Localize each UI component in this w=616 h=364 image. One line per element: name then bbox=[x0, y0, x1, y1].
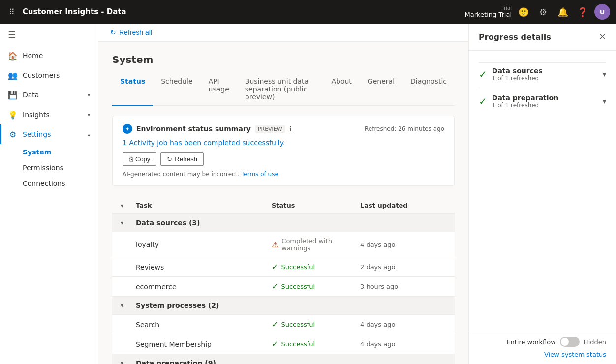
hamburger-menu-icon[interactable]: ☰ bbox=[0, 24, 98, 46]
tab-business-unit[interactable]: Business unit data separation (public pr… bbox=[237, 73, 324, 106]
info-icon[interactable]: ℹ bbox=[289, 125, 292, 133]
check-icon: ✓ bbox=[479, 68, 487, 80]
data-icon: 💾 bbox=[8, 90, 18, 100]
success-icon: ✓ bbox=[272, 282, 278, 291]
last-updated: 4 days ago bbox=[356, 340, 455, 348]
status-label: Successful bbox=[281, 340, 315, 348]
section-label: Data sources (3) bbox=[132, 219, 268, 227]
panel-close-button[interactable]: ✕ bbox=[599, 31, 606, 42]
section-chevron-icon[interactable]: ▾ bbox=[112, 219, 132, 226]
task-name: Search bbox=[132, 321, 268, 329]
expand-icon[interactable]: ▾ bbox=[603, 97, 606, 105]
sidebar-item-home[interactable]: 🏠 Home bbox=[0, 46, 98, 65]
chevron-down-icon: ▾ bbox=[88, 112, 90, 118]
app-title: Customer Insights - Data bbox=[23, 7, 126, 16]
sidebar-item-data[interactable]: 💾 Data ▾ bbox=[0, 85, 98, 105]
refresh-bar: ↻ Refresh all bbox=[98, 24, 468, 42]
settings-icon: ⚙️ bbox=[8, 129, 18, 139]
collapse-all-icon[interactable]: ▾ bbox=[112, 202, 132, 209]
terms-of-use-link[interactable]: Terms of use bbox=[241, 171, 278, 178]
status-column-header: Status bbox=[268, 202, 356, 209]
chevron-up-icon: ▴ bbox=[88, 132, 90, 137]
help-icon[interactable]: ❓ bbox=[575, 4, 590, 20]
settings-icon[interactable]: ⚙️ bbox=[535, 4, 551, 20]
env-card-title: Environment status summary bbox=[136, 125, 251, 133]
tab-status[interactable]: Status bbox=[112, 73, 153, 106]
status-cell: ✓ Successful bbox=[272, 282, 352, 291]
customers-icon: 👥 bbox=[8, 70, 18, 80]
status-cell: ✓ Successful bbox=[272, 262, 352, 272]
emoji-icon[interactable]: 🙂 bbox=[516, 4, 531, 20]
section-chevron-icon[interactable]: ▾ bbox=[112, 360, 132, 364]
panel-title: Progress details bbox=[479, 32, 551, 42]
status-label: Successful bbox=[281, 321, 315, 328]
tab-about[interactable]: About bbox=[323, 73, 359, 106]
insights-icon: 💡 bbox=[8, 110, 18, 120]
sidebar-item-permissions[interactable]: Permissions bbox=[0, 160, 98, 176]
status-cell: ✓ Successful bbox=[272, 320, 352, 329]
progress-item-name: Data sources bbox=[492, 67, 598, 75]
view-system-status-link[interactable]: View system status bbox=[544, 351, 606, 358]
tab-schedule[interactable]: Schedule bbox=[153, 73, 200, 106]
section-label: Data preparation (9) bbox=[132, 359, 268, 364]
status-cell: ⚠ Completed with warnings bbox=[272, 237, 352, 252]
refresh-all-button[interactable]: ↻ Refresh all bbox=[110, 29, 152, 36]
task-name: ecommerce bbox=[132, 283, 268, 291]
table-row: loyalty ⚠ Completed with warnings 4 days… bbox=[112, 232, 455, 257]
progress-item-sub: 1 of 1 refreshed bbox=[492, 75, 598, 82]
table-row: Segment Membership ✓ Successful 4 days a… bbox=[112, 334, 455, 354]
last-updated-column-header: Last updated bbox=[356, 202, 455, 209]
tab-api-usage[interactable]: API usage bbox=[201, 73, 237, 106]
refresh-icon: ↻ bbox=[167, 155, 172, 163]
waffle-icon[interactable]: ⠿ bbox=[6, 4, 18, 20]
avatar[interactable]: U bbox=[594, 4, 610, 20]
refreshed-time: Refreshed: 26 minutes ago bbox=[365, 125, 444, 132]
environment-status-card: ✦ Environment status summary PREVIEW ℹ R… bbox=[112, 116, 455, 186]
toggle-knob bbox=[561, 338, 569, 346]
page-title: System bbox=[112, 54, 455, 65]
progress-item-name: Data preparation bbox=[492, 94, 598, 102]
section-row-system-processes: ▾ System processes (2) bbox=[112, 297, 455, 315]
entire-workflow-toggle[interactable] bbox=[560, 337, 580, 347]
progress-item-data-preparation: ✓ Data preparation 1 of 1 refreshed ▾ bbox=[479, 94, 606, 109]
sidebar-item-label: Settings bbox=[23, 130, 83, 138]
toggle-container: Hidden bbox=[560, 337, 606, 347]
sidebar-item-customers[interactable]: 👥 Customers bbox=[0, 65, 98, 85]
sidebar-item-settings[interactable]: ⚙️ Settings ▴ bbox=[0, 124, 98, 144]
task-name: Segment Membership bbox=[132, 340, 268, 348]
refresh-button[interactable]: ↻ Refresh bbox=[160, 152, 204, 166]
section-row-data-preparation: ▾ Data preparation (9) bbox=[112, 354, 455, 364]
sidebar-item-connections[interactable]: Connections bbox=[0, 176, 98, 191]
table-row: ecommerce ✓ Successful 3 hours ago bbox=[112, 277, 455, 297]
tabs: Status Schedule API usage Business unit … bbox=[112, 73, 455, 106]
last-updated: 3 hours ago bbox=[356, 283, 455, 290]
sidebar-item-system[interactable]: System bbox=[0, 144, 98, 160]
page-body: System Status Schedule API usage Busines… bbox=[98, 42, 468, 364]
sidebar-item-insights[interactable]: 💡 Insights ▾ bbox=[0, 105, 98, 124]
last-updated: 4 days ago bbox=[356, 241, 455, 248]
copy-icon: ⎘ bbox=[129, 155, 133, 163]
progress-item-data-sources: ✓ Data sources 1 of 1 refreshed ▾ bbox=[479, 67, 606, 82]
data-table: ▾ Task Status Last updated ▾ Data source… bbox=[112, 198, 455, 364]
expand-icon[interactable]: ▾ bbox=[603, 70, 606, 78]
status-label: Completed with warnings bbox=[281, 237, 352, 252]
section-chevron-icon[interactable]: ▾ bbox=[112, 302, 132, 309]
main-content: ↻ Refresh all System Status Schedule API… bbox=[98, 24, 468, 364]
home-icon: 🏠 bbox=[8, 51, 18, 61]
entire-workflow-label: Entire workflow bbox=[506, 338, 556, 346]
success-icon: ✓ bbox=[272, 320, 278, 329]
task-column-header: Task bbox=[132, 202, 268, 209]
check-icon: ✓ bbox=[479, 95, 487, 107]
status-cell: ✓ Successful bbox=[272, 339, 352, 349]
preview-badge: PREVIEW bbox=[255, 125, 285, 133]
sidebar-item-label: Home bbox=[23, 52, 90, 60]
copy-button[interactable]: ⎘ Copy bbox=[123, 152, 156, 166]
tab-general[interactable]: General bbox=[360, 73, 402, 106]
table-row: Reviews ✓ Successful 2 days ago bbox=[112, 257, 455, 277]
task-name: loyalty bbox=[132, 241, 268, 248]
tab-diagnostic[interactable]: Diagnostic bbox=[402, 73, 455, 106]
panel-footer: Entire workflow Hidden View system statu… bbox=[469, 331, 616, 364]
hidden-label: Hidden bbox=[584, 338, 606, 346]
bell-icon[interactable]: 🔔 bbox=[555, 4, 571, 20]
sidebar-item-label: Data bbox=[23, 91, 83, 99]
